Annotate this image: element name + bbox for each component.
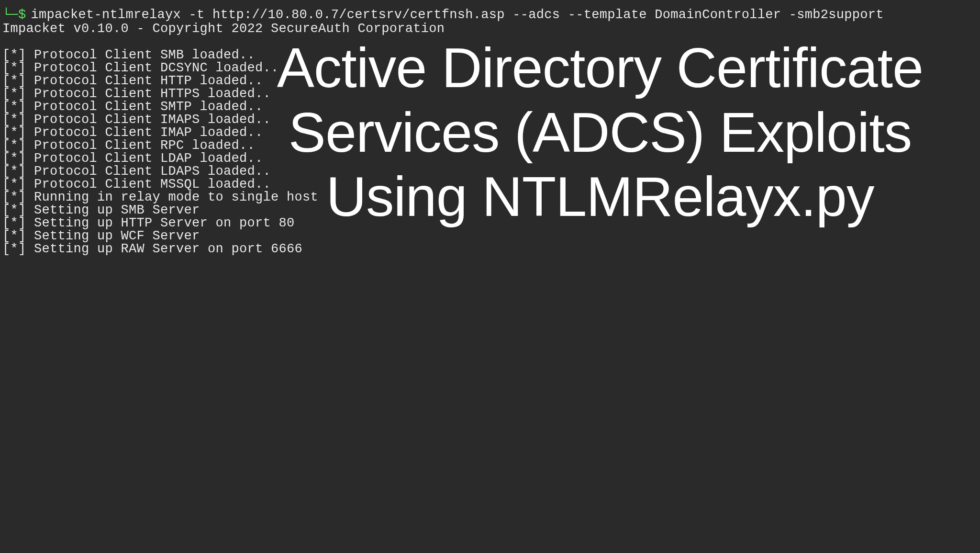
output-line: [*] Setting up WCF Server bbox=[2, 230, 980, 243]
command-prompt-line: └─$ impacket-ntlmrelayx -t http://10.80.… bbox=[2, 9, 980, 22]
prompt-dollar: $ bbox=[18, 9, 26, 22]
overlay-title: Active Directory Certificate Services (A… bbox=[258, 36, 942, 229]
version-line: Impacket v0.10.0 - Copyright 2022 Secure… bbox=[2, 23, 980, 35]
prompt-prefix: └─ bbox=[2, 9, 18, 22]
command-text: impacket-ntlmrelayx -t http://10.80.0.7/… bbox=[31, 9, 884, 22]
output-line: [*] Setting up RAW Server on port 6666 bbox=[2, 243, 980, 256]
